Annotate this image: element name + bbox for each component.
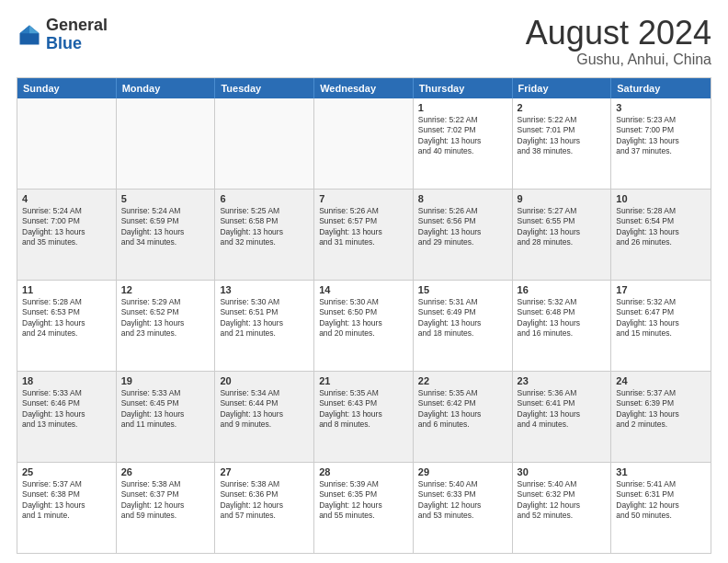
calendar-cell-12: 12Sunrise: 5:29 AMSunset: 6:52 PMDayligh… [117, 281, 216, 371]
calendar-cell-25: 25Sunrise: 5:37 AMSunset: 6:38 PMDayligh… [17, 463, 117, 553]
calendar-cell-14: 14Sunrise: 5:30 AMSunset: 6:50 PMDayligh… [314, 281, 414, 371]
weekday-header-monday: Monday [117, 78, 216, 98]
calendar-cell-22: 22Sunrise: 5:35 AMSunset: 6:42 PMDayligh… [414, 372, 513, 462]
day-info: Sunrise: 5:28 AMSunset: 6:53 PMDaylight:… [22, 297, 111, 339]
calendar-cell-5: 5Sunrise: 5:24 AMSunset: 6:59 PMDaylight… [117, 190, 216, 280]
calendar-cell-29: 29Sunrise: 5:40 AMSunset: 6:33 PMDayligh… [414, 463, 513, 553]
day-number: 7 [319, 193, 408, 204]
day-number: 23 [518, 375, 607, 386]
calendar-cell-24: 24Sunrise: 5:37 AMSunset: 6:39 PMDayligh… [611, 372, 711, 462]
logo-blue-text: Blue [46, 35, 108, 53]
weekday-header-tuesday: Tuesday [215, 78, 314, 98]
calendar-cell-26: 26Sunrise: 5:38 AMSunset: 6:37 PMDayligh… [117, 463, 216, 553]
calendar-cell-16: 16Sunrise: 5:32 AMSunset: 6:48 PMDayligh… [513, 281, 612, 371]
page: General Blue August 2024 Gushu, Anhui, C… [0, 0, 728, 563]
day-info: Sunrise: 5:25 AMSunset: 6:58 PMDaylight:… [220, 206, 309, 248]
calendar-cell-17: 17Sunrise: 5:32 AMSunset: 6:47 PMDayligh… [611, 281, 711, 371]
calendar-cell-18: 18Sunrise: 5:33 AMSunset: 6:46 PMDayligh… [17, 372, 117, 462]
day-info: Sunrise: 5:35 AMSunset: 6:43 PMDaylight:… [319, 388, 408, 431]
calendar-cell-3: 3Sunrise: 5:23 AMSunset: 7:00 PMDaylight… [611, 98, 711, 189]
calendar-row-3: 11Sunrise: 5:28 AMSunset: 6:53 PMDayligh… [17, 281, 711, 372]
day-number: 1 [418, 102, 507, 113]
calendar-cell-1: 1Sunrise: 5:22 AMSunset: 7:02 PMDaylight… [414, 98, 513, 189]
day-info: Sunrise: 5:38 AMSunset: 6:36 PMDaylight:… [220, 479, 309, 522]
day-info: Sunrise: 5:22 AMSunset: 7:01 PMDaylight:… [518, 115, 607, 157]
day-number: 28 [319, 466, 408, 477]
calendar-cell-7: 7Sunrise: 5:26 AMSunset: 6:57 PMDaylight… [314, 190, 414, 280]
day-info: Sunrise: 5:26 AMSunset: 6:57 PMDaylight:… [319, 206, 408, 248]
day-number: 5 [121, 193, 210, 204]
calendar-cell-28: 28Sunrise: 5:39 AMSunset: 6:35 PMDayligh… [314, 463, 414, 553]
day-info: Sunrise: 5:33 AMSunset: 6:45 PMDaylight:… [121, 388, 210, 431]
day-number: 25 [22, 466, 111, 477]
day-info: Sunrise: 5:30 AMSunset: 6:50 PMDaylight:… [319, 297, 408, 339]
title-month: August 2024 [526, 17, 711, 50]
title-block: August 2024 Gushu, Anhui, China [526, 17, 711, 68]
day-number: 30 [518, 466, 607, 477]
calendar-body: 1Sunrise: 5:22 AMSunset: 7:02 PMDaylight… [17, 98, 711, 553]
logo-general-text: General [46, 17, 108, 35]
calendar-cell-30: 30Sunrise: 5:40 AMSunset: 6:32 PMDayligh… [513, 463, 612, 553]
day-number: 16 [518, 284, 607, 295]
logo-text: General Blue [46, 17, 108, 53]
day-info: Sunrise: 5:31 AMSunset: 6:49 PMDaylight:… [418, 297, 507, 339]
calendar-cell-23: 23Sunrise: 5:36 AMSunset: 6:41 PMDayligh… [513, 372, 612, 462]
day-number: 3 [616, 102, 706, 113]
calendar-cell-6: 6Sunrise: 5:25 AMSunset: 6:58 PMDaylight… [215, 190, 314, 280]
calendar-cell-20: 20Sunrise: 5:34 AMSunset: 6:44 PMDayligh… [215, 372, 314, 462]
header: General Blue August 2024 Gushu, Anhui, C… [17, 17, 711, 68]
calendar-cell-4: 4Sunrise: 5:24 AMSunset: 7:00 PMDaylight… [17, 190, 117, 280]
calendar-cell-empty-0 [17, 98, 117, 189]
day-number: 8 [418, 193, 507, 204]
day-info: Sunrise: 5:38 AMSunset: 6:37 PMDaylight:… [121, 479, 210, 522]
calendar-cell-27: 27Sunrise: 5:38 AMSunset: 6:36 PMDayligh… [215, 463, 314, 553]
day-number: 11 [22, 284, 111, 295]
day-number: 19 [121, 375, 210, 386]
logo-icon [17, 22, 42, 48]
day-info: Sunrise: 5:37 AMSunset: 6:39 PMDaylight:… [616, 388, 706, 431]
day-info: Sunrise: 5:37 AMSunset: 6:38 PMDaylight:… [22, 479, 111, 522]
calendar-cell-empty-1 [117, 98, 216, 189]
day-number: 10 [616, 193, 706, 204]
day-number: 2 [518, 102, 607, 113]
day-number: 27 [220, 466, 309, 477]
day-number: 15 [418, 284, 507, 295]
day-number: 18 [22, 375, 111, 386]
day-info: Sunrise: 5:32 AMSunset: 6:47 PMDaylight:… [616, 297, 706, 339]
day-number: 20 [220, 375, 309, 386]
calendar-cell-8: 8Sunrise: 5:26 AMSunset: 6:56 PMDaylight… [414, 190, 513, 280]
calendar-row-4: 18Sunrise: 5:33 AMSunset: 6:46 PMDayligh… [17, 372, 711, 463]
calendar-cell-21: 21Sunrise: 5:35 AMSunset: 6:43 PMDayligh… [314, 372, 414, 462]
calendar-header: SundayMondayTuesdayWednesdayThursdayFrid… [17, 78, 711, 98]
day-info: Sunrise: 5:24 AMSunset: 7:00 PMDaylight:… [22, 206, 111, 248]
calendar-cell-empty-2 [215, 98, 314, 189]
weekday-header-saturday: Saturday [611, 78, 711, 98]
day-info: Sunrise: 5:29 AMSunset: 6:52 PMDaylight:… [121, 297, 210, 339]
calendar-row-5: 25Sunrise: 5:37 AMSunset: 6:38 PMDayligh… [17, 463, 711, 553]
day-info: Sunrise: 5:36 AMSunset: 6:41 PMDaylight:… [518, 388, 607, 431]
day-info: Sunrise: 5:30 AMSunset: 6:51 PMDaylight:… [220, 297, 309, 339]
weekday-header-thursday: Thursday [414, 78, 513, 98]
weekday-header-sunday: Sunday [17, 78, 117, 98]
day-info: Sunrise: 5:40 AMSunset: 6:32 PMDaylight:… [518, 479, 607, 522]
day-info: Sunrise: 5:32 AMSunset: 6:48 PMDaylight:… [518, 297, 607, 339]
day-number: 9 [518, 193, 607, 204]
calendar-cell-31: 31Sunrise: 5:41 AMSunset: 6:31 PMDayligh… [611, 463, 711, 553]
day-info: Sunrise: 5:33 AMSunset: 6:46 PMDaylight:… [22, 388, 111, 431]
calendar-cell-9: 9Sunrise: 5:27 AMSunset: 6:55 PMDaylight… [513, 190, 612, 280]
day-number: 22 [418, 375, 507, 386]
day-info: Sunrise: 5:22 AMSunset: 7:02 PMDaylight:… [418, 115, 507, 157]
day-number: 14 [319, 284, 408, 295]
day-info: Sunrise: 5:39 AMSunset: 6:35 PMDaylight:… [319, 479, 408, 522]
logo: General Blue [17, 17, 108, 53]
day-info: Sunrise: 5:40 AMSunset: 6:33 PMDaylight:… [418, 479, 507, 522]
svg-marker-2 [20, 25, 30, 33]
calendar-cell-13: 13Sunrise: 5:30 AMSunset: 6:51 PMDayligh… [215, 281, 314, 371]
day-info: Sunrise: 5:23 AMSunset: 7:00 PMDaylight:… [616, 115, 706, 157]
day-number: 26 [121, 466, 210, 477]
day-info: Sunrise: 5:24 AMSunset: 6:59 PMDaylight:… [121, 206, 210, 248]
calendar-cell-2: 2Sunrise: 5:22 AMSunset: 7:01 PMDaylight… [513, 98, 612, 189]
day-info: Sunrise: 5:26 AMSunset: 6:56 PMDaylight:… [418, 206, 507, 248]
calendar-row-2: 4Sunrise: 5:24 AMSunset: 7:00 PMDaylight… [17, 190, 711, 281]
calendar-cell-10: 10Sunrise: 5:28 AMSunset: 6:54 PMDayligh… [611, 190, 711, 280]
